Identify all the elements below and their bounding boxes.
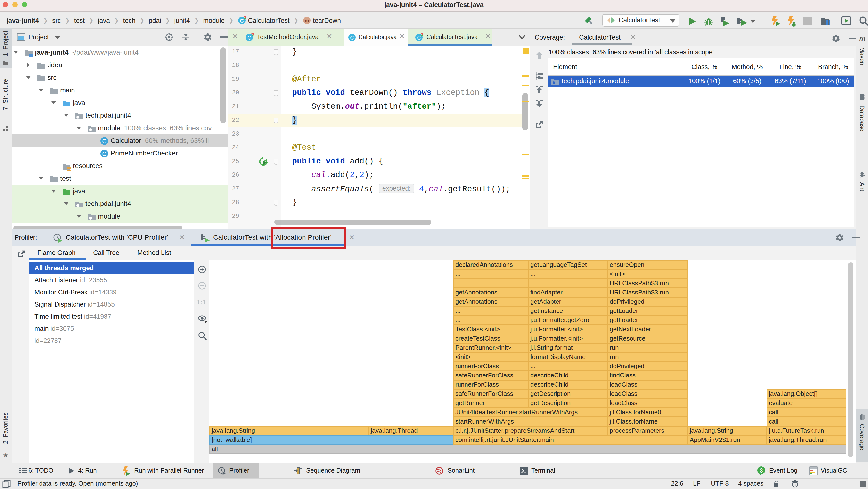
svg-text:C: C	[417, 35, 421, 41]
svg-text:C: C	[102, 138, 106, 145]
svg-text:C: C	[102, 151, 106, 157]
svg-text:3: 3	[760, 467, 763, 474]
svg-text:C: C	[350, 35, 354, 41]
svg-text:C: C	[247, 35, 251, 41]
